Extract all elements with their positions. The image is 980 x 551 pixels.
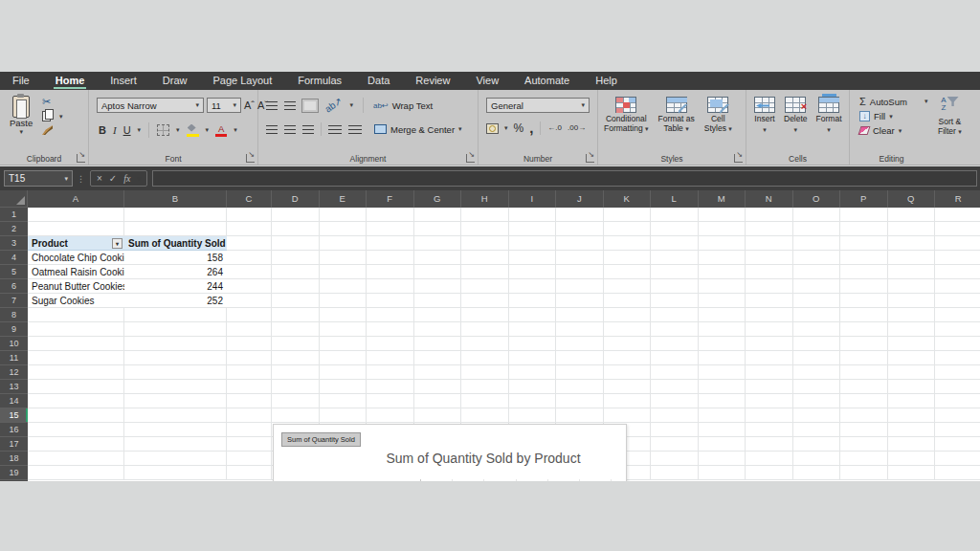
insert-function-icon[interactable]: fx: [123, 173, 130, 184]
pivot-chart[interactable]: Sum of Quantity Sold Sum of Quantity Sol…: [273, 424, 627, 481]
row-header-19[interactable]: 19: [0, 466, 28, 480]
clear-button[interactable]: Clear ▾: [859, 125, 927, 136]
copy-button[interactable]: [42, 111, 51, 121]
cut-button[interactable]: ✂: [42, 96, 51, 107]
clipboard-dialog-launcher[interactable]: ↘: [77, 154, 85, 163]
number-format-combobox[interactable]: General ▾: [486, 98, 590, 113]
menu-tab-insert[interactable]: Insert: [110, 72, 137, 90]
column-header-M[interactable]: M: [699, 190, 746, 208]
row-header-5[interactable]: 5: [0, 265, 28, 279]
pivot-cell-product[interactable]: Peanut Butter Cookies: [28, 279, 124, 294]
menu-tab-automate[interactable]: Automate: [524, 72, 569, 90]
merge-center-button[interactable]: Merge & Center ▾: [374, 124, 462, 135]
pivot-cell-value[interactable]: 252: [124, 294, 227, 308]
menu-tab-help[interactable]: Help: [595, 72, 617, 90]
menu-tab-formulas[interactable]: Formulas: [298, 72, 342, 90]
row-header-4[interactable]: 4: [0, 251, 28, 265]
font-dialog-launcher[interactable]: ↘: [246, 154, 255, 163]
column-header-J[interactable]: J: [556, 190, 604, 208]
row-header-18[interactable]: 18: [0, 452, 28, 466]
pivot-cell-product[interactable]: Sugar Cookies: [28, 294, 124, 308]
row-header-14[interactable]: 14: [0, 394, 28, 408]
format-painter-button[interactable]: [42, 125, 53, 135]
row-header-17[interactable]: 17: [0, 437, 28, 452]
menu-tab-draw[interactable]: Draw: [163, 72, 188, 90]
underline-button[interactable]: U: [123, 124, 131, 136]
delete-cells-button[interactable]: × Delete ▾: [784, 97, 808, 134]
increase-font-button[interactable]: Aˆ: [244, 99, 255, 111]
column-header-I[interactable]: I: [509, 190, 557, 208]
fill-button[interactable]: ↓ Fill ▾: [859, 111, 927, 121]
fill-color-button[interactable]: [187, 124, 199, 137]
pivot-header-product[interactable]: Product ▾: [28, 236, 124, 251]
decrease-indent-button[interactable]: [328, 125, 342, 134]
row-header-7[interactable]: 7: [0, 294, 28, 308]
percent-style-button[interactable]: %: [514, 122, 524, 134]
conditional-formatting-button[interactable]: ConditionalFormatting ▾: [604, 97, 649, 133]
menu-tab-page-layout[interactable]: Page Layout: [212, 72, 272, 90]
align-top-button[interactable]: [266, 101, 278, 110]
row-header-12[interactable]: 12: [0, 365, 28, 380]
pivot-cell-value[interactable]: 244: [124, 279, 227, 294]
insert-cells-button[interactable]: Insert ▾: [754, 97, 775, 134]
column-header-G[interactable]: G: [414, 190, 462, 208]
wrap-text-button[interactable]: ab↩ Wrap Text: [373, 100, 433, 111]
increase-decimal-button[interactable]: ←.0: [547, 122, 562, 134]
menu-tab-data[interactable]: Data: [368, 72, 390, 90]
column-header-E[interactable]: E: [320, 190, 368, 208]
row-header-2[interactable]: 2: [0, 222, 28, 236]
row-header-16[interactable]: 16: [0, 423, 28, 437]
align-left-button[interactable]: [266, 125, 278, 134]
column-header-C[interactable]: C: [227, 190, 272, 208]
column-header-D[interactable]: D: [272, 190, 320, 208]
row-header-9[interactable]: 9: [0, 322, 28, 337]
styles-dialog-launcher[interactable]: ↘: [734, 154, 743, 163]
name-box[interactable]: T15 ▾: [4, 170, 73, 187]
align-bottom-button[interactable]: [302, 99, 318, 112]
accounting-dropdown[interactable]: ▾: [504, 124, 508, 132]
align-right-button[interactable]: [302, 125, 314, 134]
pivot-cell-product[interactable]: Chocolate Chip Cookies: [28, 251, 124, 265]
row-header-15[interactable]: 15: [0, 408, 28, 423]
font-color-button[interactable]: A: [215, 124, 227, 137]
formula-bar-resize-handle[interactable]: ⋮: [77, 174, 86, 184]
comma-style-button[interactable]: ,: [529, 124, 533, 132]
font-size-combobox[interactable]: 11 ▾: [207, 98, 241, 113]
fill-color-dropdown[interactable]: ▾: [206, 126, 210, 134]
font-name-combobox[interactable]: Aptos Narrow ▾: [97, 98, 204, 113]
column-header-P[interactable]: P: [840, 190, 888, 208]
decrease-decimal-button[interactable]: .00→: [568, 122, 586, 134]
row-header-6[interactable]: 6: [0, 279, 28, 294]
pivot-cell-value[interactable]: 264: [124, 265, 227, 279]
align-middle-button[interactable]: [284, 101, 296, 110]
alignment-dialog-launcher[interactable]: ↘: [466, 154, 475, 163]
confirm-entry-icon[interactable]: ✓: [109, 173, 117, 184]
italic-button[interactable]: I: [113, 124, 117, 136]
align-center-button[interactable]: [284, 125, 296, 134]
orientation-button[interactable]: ab↗: [323, 95, 345, 115]
column-header-N[interactable]: N: [746, 190, 793, 208]
select-all-corner[interactable]: [0, 190, 28, 208]
cell-styles-button[interactable]: CellStyles ▾: [704, 97, 732, 133]
borders-dropdown[interactable]: ▾: [176, 126, 180, 134]
borders-button[interactable]: [157, 124, 169, 136]
row-header-11[interactable]: 11: [0, 351, 28, 365]
column-header-Q[interactable]: Q: [888, 190, 936, 208]
orientation-dropdown[interactable]: ▾: [350, 101, 354, 109]
font-color-dropdown[interactable]: ▾: [234, 126, 237, 134]
autosum-button[interactable]: Σ AutoSum ▾: [859, 96, 927, 107]
menu-tab-review[interactable]: Review: [415, 72, 450, 90]
menu-tab-view[interactable]: View: [476, 72, 499, 90]
menu-tab-home[interactable]: Home: [56, 72, 85, 90]
format-cells-button[interactable]: Format ▾: [816, 97, 842, 134]
pivot-header-sum[interactable]: Sum of Quantity Sold: [124, 236, 227, 251]
cancel-entry-icon[interactable]: ×: [97, 173, 102, 184]
column-header-A[interactable]: A: [28, 190, 124, 208]
menu-tab-file[interactable]: File: [12, 72, 30, 90]
row-header-8[interactable]: 8: [0, 308, 28, 322]
row-header-1[interactable]: 1: [0, 208, 28, 222]
column-header-H[interactable]: H: [461, 190, 509, 208]
column-header-K[interactable]: K: [604, 190, 652, 208]
pivot-filter-button[interactable]: ▾: [112, 238, 122, 249]
accounting-format-button[interactable]: [486, 123, 499, 134]
